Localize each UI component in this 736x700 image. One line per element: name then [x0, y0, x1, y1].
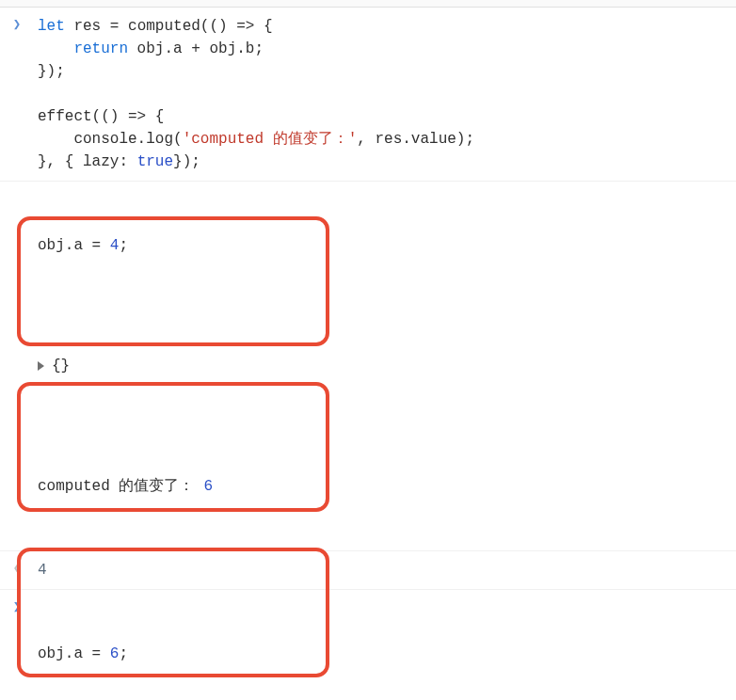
code-block: let res = computed(() => { return obj.a … — [28, 13, 736, 175]
console-panel: let res = computed(() => { return obj.a … — [0, 8, 736, 700]
log-line: computed 的值变了：6 — [38, 475, 730, 498]
console-toolbar — [0, 0, 736, 8]
input-prompt-icon — [6, 596, 28, 618]
log-line: obj.a = 6; — [38, 643, 730, 665]
console-output-row: 4 — [0, 551, 736, 590]
expand-object-row[interactable]: {} — [38, 355, 730, 377]
log-group: obj.a = 6; {} computed 的值变了：8 — [28, 596, 736, 700]
output-prompt-icon — [6, 557, 28, 580]
console-log-row: obj.a = 4; {} computed 的值变了：6 — [0, 182, 736, 551]
keyword-let: let — [38, 18, 65, 35]
expand-triangle-icon[interactable] — [38, 361, 44, 371]
log-group: obj.a = 4; {} computed 的值变了：6 — [28, 187, 736, 545]
log-line: obj.a = 4; — [38, 234, 730, 257]
boolean-true: true — [137, 153, 173, 170]
console-input-row[interactable]: let res = computed(() => { return obj.a … — [0, 8, 736, 182]
output-value: 4 — [28, 557, 736, 583]
string-literal: 'computed 的值变了：' — [183, 131, 358, 148]
console-input-row[interactable]: obj.a = 6; {} computed 的值变了：8 — [0, 590, 736, 700]
keyword-return: return — [73, 40, 128, 57]
input-prompt-icon — [6, 13, 28, 36]
